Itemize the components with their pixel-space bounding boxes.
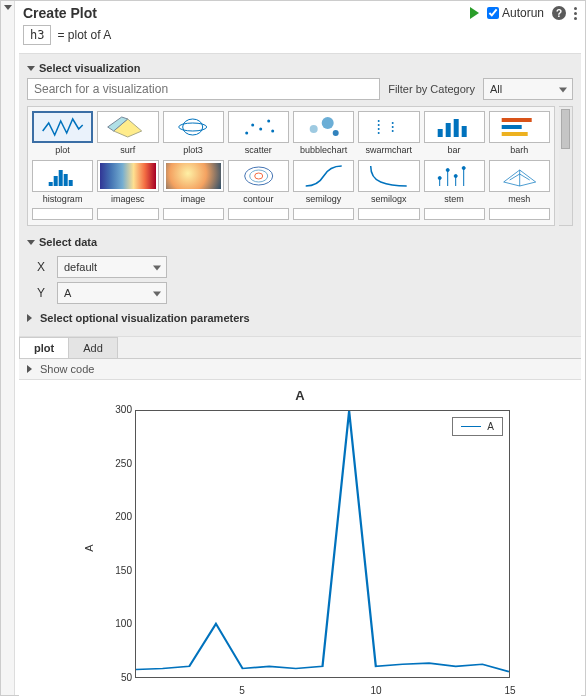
svg-point-14 — [378, 128, 380, 130]
svg-rect-26 — [49, 182, 53, 186]
y-data-select[interactable]: A — [57, 282, 167, 304]
svg-point-4 — [245, 132, 248, 135]
section-select-visualization[interactable]: Select visualization — [27, 58, 573, 78]
chart-legend: A — [452, 417, 503, 436]
viz-option-barh[interactable]: barh — [489, 111, 550, 156]
svg-rect-27 — [54, 176, 58, 186]
section-select-data[interactable]: Select data — [27, 232, 573, 252]
chart-axes: A — [135, 410, 510, 678]
ytick: 200 — [110, 511, 132, 522]
svg-point-33 — [254, 173, 262, 179]
svg-point-37 — [447, 168, 450, 171]
viz-option-surf[interactable]: surf — [97, 111, 158, 156]
more-options-icon[interactable] — [574, 7, 577, 20]
svg-rect-25 — [501, 132, 527, 136]
tab-add[interactable]: Add — [68, 337, 118, 358]
viz-option-scatter[interactable]: scatter — [228, 111, 289, 156]
viz-option-plot3[interactable]: plot3 — [163, 111, 224, 156]
svg-point-16 — [392, 122, 394, 124]
plot-tabbar: plot Add — [19, 337, 581, 359]
chart-ylabel: A — [83, 544, 95, 551]
svg-point-41 — [463, 166, 466, 169]
collapse-panel-toggle[interactable] — [1, 1, 15, 695]
viz-option-more-7[interactable] — [424, 208, 485, 221]
svg-point-5 — [251, 124, 254, 127]
xtick: 5 — [239, 685, 245, 696]
ytick: 300 — [110, 404, 132, 415]
chart-line — [136, 411, 509, 677]
ytick: 250 — [110, 458, 132, 469]
xtick: 15 — [504, 685, 515, 696]
svg-point-32 — [249, 170, 267, 182]
filter-label: Filter by Category — [388, 83, 475, 95]
svg-point-7 — [267, 120, 270, 123]
viz-option-stem[interactable]: stem — [424, 160, 485, 205]
viz-option-imagesc[interactable]: imagesc — [97, 160, 158, 205]
svg-point-12 — [378, 120, 380, 122]
svg-rect-20 — [446, 123, 451, 137]
xtick: 10 — [371, 685, 382, 696]
filter-category-select[interactable]: All — [483, 78, 573, 100]
viz-option-swarmchart[interactable]: swarmchart — [358, 111, 419, 156]
viz-option-image[interactable]: image — [163, 160, 224, 205]
page-title: Create Plot — [23, 5, 470, 21]
viz-option-semilogy[interactable]: semilogy — [293, 160, 354, 205]
show-code-toggle[interactable]: Show code — [19, 359, 581, 380]
viz-option-more-2[interactable] — [97, 208, 158, 221]
svg-rect-29 — [64, 174, 68, 186]
svg-rect-22 — [462, 126, 467, 137]
help-icon[interactable]: ? — [552, 6, 566, 20]
gallery-scrollbar[interactable] — [559, 106, 573, 226]
viz-option-bubblechart[interactable]: bubblechart — [293, 111, 354, 156]
viz-option-plot[interactable]: plot — [32, 111, 93, 156]
svg-rect-30 — [69, 180, 73, 186]
svg-point-3 — [183, 119, 203, 135]
svg-point-35 — [439, 176, 442, 179]
viz-option-more-3[interactable] — [163, 208, 224, 221]
svg-point-6 — [259, 128, 262, 131]
tab-plot[interactable]: plot — [19, 337, 69, 358]
svg-point-13 — [378, 124, 380, 126]
ytick: 50 — [110, 672, 132, 683]
viz-option-more-4[interactable] — [228, 208, 289, 221]
svg-point-15 — [378, 132, 380, 134]
section-optional-params[interactable]: Select optional visualization parameters — [27, 308, 573, 328]
svg-point-18 — [392, 130, 394, 132]
ytick: 150 — [110, 565, 132, 576]
svg-point-39 — [455, 174, 458, 177]
svg-point-17 — [392, 126, 394, 128]
svg-rect-28 — [59, 170, 63, 186]
viz-option-mesh[interactable]: mesh — [489, 160, 550, 205]
visualization-gallery: plot surf plot3 scatter — [27, 106, 555, 226]
svg-rect-24 — [501, 125, 521, 129]
svg-rect-19 — [438, 129, 443, 137]
viz-option-bar[interactable]: bar — [424, 111, 485, 156]
viz-option-more-1[interactable] — [32, 208, 93, 221]
x-label: X — [37, 260, 49, 274]
assignment-row: h3 = plot of A — [15, 23, 585, 53]
y-label: Y — [37, 286, 49, 300]
ytick: 100 — [110, 618, 132, 629]
svg-point-10 — [322, 117, 334, 129]
plot-area: A A A 50100150200250300 51015 — [19, 380, 581, 696]
viz-option-more-8[interactable] — [489, 208, 550, 221]
viz-option-more-5[interactable] — [293, 208, 354, 221]
svg-point-11 — [333, 130, 339, 136]
svg-rect-23 — [501, 118, 531, 122]
viz-option-more-6[interactable] — [358, 208, 419, 221]
svg-point-9 — [310, 125, 318, 133]
run-icon[interactable] — [470, 7, 479, 19]
viz-option-histogram[interactable]: histogram — [32, 160, 93, 205]
chart-title: A — [80, 388, 520, 403]
autorun-checkbox[interactable]: Autorun — [487, 6, 544, 20]
search-input[interactable] — [27, 78, 380, 100]
x-data-select[interactable]: default — [57, 256, 167, 278]
viz-option-contour[interactable]: contour — [228, 160, 289, 205]
output-variable[interactable]: h3 — [23, 25, 51, 45]
viz-option-semilogx[interactable]: semilogx — [358, 160, 419, 205]
svg-rect-21 — [454, 119, 459, 137]
svg-point-8 — [271, 130, 274, 133]
